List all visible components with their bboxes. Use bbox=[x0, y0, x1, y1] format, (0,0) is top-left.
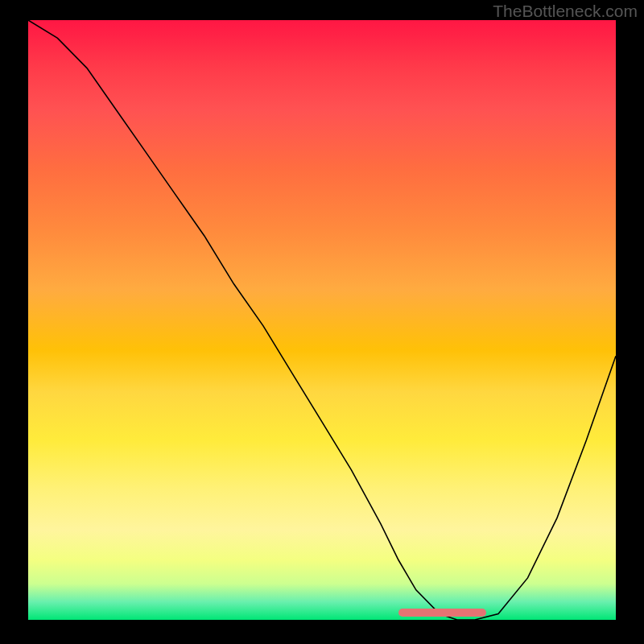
watermark-text: TheBottleneck.com bbox=[493, 2, 638, 21]
optimal-range-marker bbox=[398, 609, 487, 617]
plot-area bbox=[28, 20, 616, 620]
bottleneck-curve bbox=[28, 20, 616, 620]
